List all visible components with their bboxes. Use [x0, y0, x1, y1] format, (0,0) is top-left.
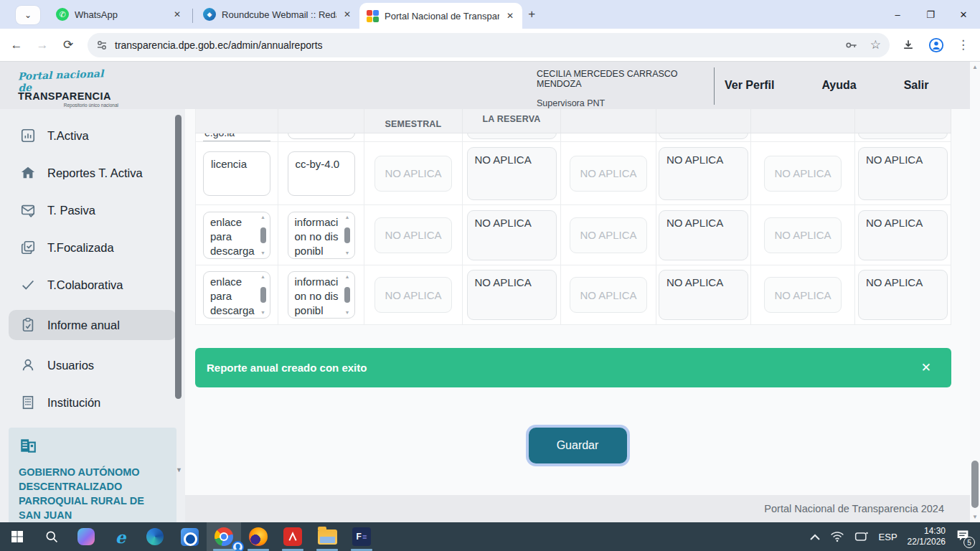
check-icon: [20, 277, 36, 293]
taskbar-adobe-button[interactable]: [275, 522, 310, 551]
taskbar-ie-button[interactable]: e: [103, 522, 138, 551]
tab-close-icon[interactable]: ✕: [172, 9, 182, 19]
notifications-button[interactable]: 5: [956, 529, 970, 545]
cell-input[interactable]: licencia: [203, 151, 270, 196]
forward-button[interactable]: →: [33, 38, 52, 52]
restore-button[interactable]: ❐: [914, 0, 947, 29]
tab-roundcube[interactable]: ◆ Roundcube Webmail :: Redactar ✕: [196, 2, 359, 27]
cell-textbox[interactable]: NO APLICA: [858, 147, 948, 200]
cell-disabled: NO APLICA: [374, 217, 452, 253]
textarea-scrollbar[interactable]: ▲▼: [343, 274, 352, 316]
url-text[interactable]: transparencia.dpe.gob.ec/admin/annualrep…: [115, 39, 844, 51]
new-tab-button[interactable]: +: [528, 7, 535, 22]
organization-icon: [19, 445, 37, 457]
start-button[interactable]: [0, 522, 34, 551]
textarea-scrollbar[interactable]: ▲▼: [258, 215, 268, 256]
taskbar-search-button[interactable]: [34, 522, 69, 551]
cell-textarea[interactable]: informacion no disponibl ▲▼: [288, 271, 355, 319]
cell-textbox[interactable]: NO APLICA: [659, 270, 748, 320]
institution-box[interactable]: GOBIERNO AUTÓNOMO DESCENTRALIZADO PARROQ…: [9, 428, 176, 534]
link-salir[interactable]: Salir: [904, 79, 929, 92]
tab-portal-active[interactable]: Portal Nacional de Transparenc ✕: [359, 3, 522, 29]
success-alert: Reporte anual creado con exito ✕: [195, 348, 951, 387]
sidebar-item-informe-anual[interactable]: Informe anual: [9, 310, 176, 340]
cell-input[interactable]: cc-by-4.0: [288, 151, 355, 196]
cell-disabled: NO APLICA: [570, 156, 647, 192]
taskbar-chrome-button[interactable]: 👤: [207, 522, 241, 551]
tab-close-icon[interactable]: ✕: [505, 11, 515, 21]
link-ayuda[interactable]: Ayuda: [821, 79, 856, 92]
download-icon[interactable]: [901, 38, 915, 52]
cell-textbox[interactable]: NO APLICA: [467, 147, 557, 200]
sidebar-item-reportes-t-activa[interactable]: Reportes T. Activa: [9, 161, 176, 185]
menu-kebab-icon[interactable]: ⋮: [957, 37, 969, 52]
link-ver-perfil[interactable]: Ver Perfil: [725, 79, 774, 92]
textarea-scrollbar[interactable]: ▲▼: [343, 215, 352, 256]
site-info-icon[interactable]: [96, 39, 108, 51]
save-button[interactable]: Guardar: [529, 428, 627, 463]
tab-whatsapp[interactable]: ✆ WhatsApp ✕: [49, 2, 189, 27]
cast-icon[interactable]: [854, 531, 869, 542]
page-scrollbar[interactable]: ▲ ▼: [970, 62, 980, 522]
cell-textarea[interactable]: enlace para descarga ▲▼: [203, 271, 270, 319]
clipped-box: [659, 133, 748, 139]
tab-close-icon[interactable]: ✕: [342, 9, 352, 19]
firefox-icon: [249, 527, 268, 546]
taskbar-firefox-button[interactable]: [241, 522, 275, 551]
copilot-icon: [77, 528, 95, 545]
language-indicator[interactable]: ESP: [879, 532, 897, 542]
alert-close-icon[interactable]: ✕: [921, 360, 931, 375]
tray-chevron-icon[interactable]: [810, 534, 820, 540]
clock[interactable]: 14:30 22/1/2026: [908, 526, 946, 547]
tab-list-chevron-button[interactable]: ⌄: [16, 6, 40, 24]
table-header-row: SEMESTRAL LA RESERVA: [195, 109, 951, 133]
home-icon: [20, 165, 36, 181]
clock-time: 14:30: [908, 526, 946, 537]
taskbar-explorer-button[interactable]: [310, 522, 344, 551]
profile-icon[interactable]: [928, 37, 944, 53]
scrollbar-down-icon[interactable]: ▼: [970, 514, 980, 520]
clock-date: 22/1/2026: [908, 537, 946, 547]
sidebar-item-usuarios[interactable]: Usuarios: [9, 353, 176, 377]
reload-button[interactable]: ⟳: [59, 37, 77, 52]
cell-textarea[interactable]: enlace para descarga ▲▼: [203, 212, 270, 259]
sidebar-item-institucion[interactable]: Institución: [9, 390, 176, 415]
sidebar-item-t-activa[interactable]: T.Activa: [9, 123, 176, 148]
password-key-icon[interactable]: [844, 38, 859, 52]
cell-textbox[interactable]: NO APLICA: [467, 270, 557, 320]
sidebar-item-label: T. Pasiva: [47, 204, 95, 217]
textarea-scrollbar[interactable]: ▲▼: [258, 274, 268, 316]
table-clipped-row: e.go.la: [195, 133, 951, 141]
taskbar-outlook-button[interactable]: [172, 522, 207, 551]
cell-disabled: NO APLICA: [764, 156, 842, 192]
cell-textbox[interactable]: NO APLICA: [858, 270, 948, 320]
clipped-input[interactable]: e.go.la: [203, 133, 270, 141]
sidebar-scrollbar-thumb[interactable]: [175, 115, 182, 399]
taskbar-fapp-button[interactable]: F≡: [344, 522, 379, 551]
cell-textbox[interactable]: NO APLICA: [659, 210, 748, 260]
close-button[interactable]: ✕: [947, 0, 980, 29]
scrollbar-up-icon[interactable]: ▲: [970, 64, 980, 70]
browser-titlebar: ⌄ ✆ WhatsApp ✕ ◆ Roundcube Webmail :: Re…: [0, 0, 980, 29]
cell-textbox[interactable]: NO APLICA: [858, 210, 948, 260]
sidebar-item-t-colaborativa[interactable]: T.Colaborativa: [9, 273, 176, 297]
url-bar[interactable]: transparencia.dpe.gob.ec/admin/annualrep…: [88, 33, 890, 57]
cell-textbox[interactable]: NO APLICA: [659, 147, 748, 200]
sidebar-item-label: T.Activa: [47, 129, 89, 143]
sidebar-item-t-focalizada[interactable]: T.Focalizada: [9, 235, 176, 260]
table-row: licencia cc-by-4.0 NO APLICA NO APLICA N…: [195, 141, 951, 204]
wifi-icon[interactable]: [830, 531, 844, 542]
back-button[interactable]: ←: [7, 38, 26, 52]
scrollbar-thumb[interactable]: [971, 461, 979, 508]
sidebar-scrollbar-down-icon[interactable]: ▼: [176, 466, 182, 474]
taskbar-edge-button[interactable]: [138, 522, 172, 551]
logo-script-text: Portal nacional de: [17, 67, 118, 94]
taskbar-copilot-button[interactable]: [69, 522, 103, 551]
cell-textbox[interactable]: NO APLICA: [467, 210, 557, 260]
minimize-button[interactable]: –: [881, 0, 914, 29]
sidebar-item-t-pasiva[interactable]: T. Pasiva: [9, 198, 176, 222]
bookmark-star-icon[interactable]: ☆: [870, 37, 881, 52]
table-row: enlace para descarga ▲▼ informacion no d…: [195, 204, 951, 265]
clipped-input[interactable]: [288, 133, 355, 139]
cell-textarea[interactable]: informacion no disponibl ▲▼: [288, 212, 355, 259]
